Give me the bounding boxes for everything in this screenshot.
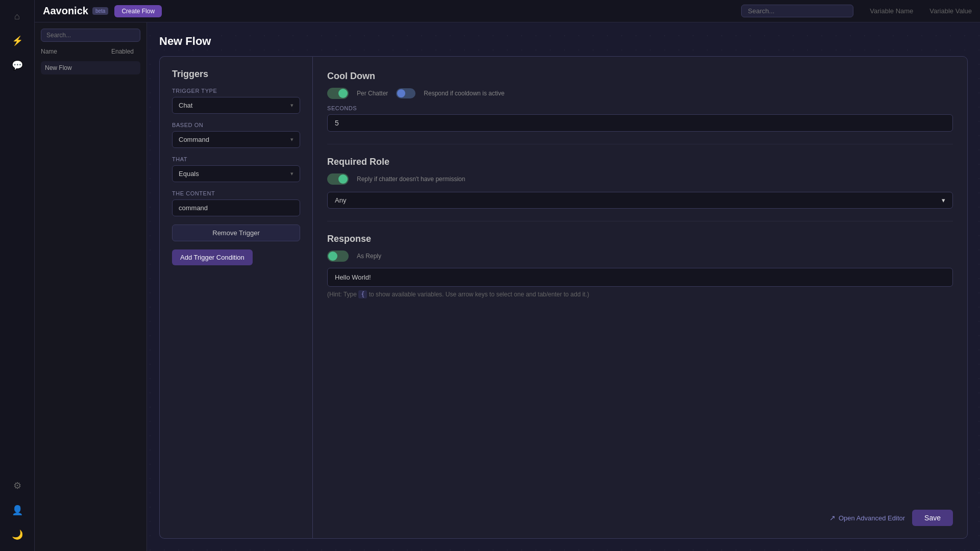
chevron-down-icon: ▾ (290, 102, 293, 109)
left-panel: Name Enabled New Flow (35, 22, 147, 551)
content-label: The Content (172, 190, 300, 196)
response-input[interactable] (327, 268, 953, 287)
sidebar-chat-icon[interactable]: 💬 (7, 55, 28, 76)
top-search-input[interactable] (741, 5, 853, 17)
hint-code: { (358, 290, 367, 298)
content-group: The Content (172, 190, 300, 216)
hint-after: to show available variables. Use arrow k… (367, 291, 589, 298)
trigger-type-value: Chat (179, 102, 192, 109)
adv-editor-label: Open Advanced Editor (839, 514, 905, 522)
sidebar-home-icon[interactable]: ⌂ (7, 6, 28, 27)
based-on-label: Based On (172, 122, 300, 128)
page-title: New Flow (159, 35, 968, 48)
chevron-down-icon: ▾ (942, 196, 945, 204)
main-content: New Flow Triggers Trigger Type Chat ▾ Ba… (147, 22, 980, 551)
sidebar: ⌂ ⚡ 💬 ⚙ 👤 🌙 (0, 0, 35, 551)
reply-permission-toggle[interactable] (327, 173, 349, 185)
sidebar-user-icon[interactable]: 👤 (7, 500, 28, 520)
sidebar-settings-icon[interactable]: ⚙ (7, 475, 28, 496)
as-reply-label: As Reply (357, 253, 381, 260)
response-section: Response As Reply (Hint: Type { to show … (327, 234, 953, 298)
topbar: Aavonick beta Create Flow Variable Name … (35, 0, 980, 22)
role-value: Any (335, 196, 346, 204)
trigger-type-group: Trigger Type Chat ▾ (172, 88, 300, 114)
based-on-group: Based On Command ▾ (172, 122, 300, 148)
list-item[interactable]: New Flow (41, 61, 140, 74)
that-label: That (172, 156, 300, 162)
seconds-label: Seconds (327, 105, 953, 111)
logo-text: Aavonick (43, 5, 88, 17)
chevron-down-icon: ▾ (290, 136, 293, 143)
as-reply-row: As Reply (327, 251, 953, 262)
reply-toggle-row: Reply if chatter doesn't have permission (327, 173, 953, 185)
that-select[interactable]: Equals ▾ (172, 165, 300, 182)
divider (327, 144, 953, 144)
trigger-type-select[interactable]: Chat ▾ (172, 97, 300, 114)
flow-name: New Flow (45, 64, 136, 71)
respond-cooldown-label: Respond if cooldown is active (424, 90, 504, 97)
sidebar-moon-icon[interactable]: 🌙 (7, 524, 28, 545)
that-group: That Equals ▾ (172, 156, 300, 182)
divider-2 (327, 221, 953, 221)
cooldown-title: Cool Down (327, 71, 953, 82)
sidebar-flows-icon[interactable]: ⚡ (7, 31, 28, 51)
reply-permission-label: Reply if chatter doesn't have permission (357, 176, 465, 183)
cooldown-toggles: Per Chatter Respond if cooldown is activ… (327, 88, 953, 99)
per-chatter-label: Per Chatter (357, 90, 388, 97)
based-on-select[interactable]: Command ▾ (172, 131, 300, 148)
per-chatter-toggle[interactable] (327, 88, 349, 99)
flow-card: Triggers Trigger Type Chat ▾ Based On Co… (159, 56, 968, 539)
beta-badge: beta (92, 7, 108, 15)
cooldown-section: Cool Down Per Chatter Respond if cooldow… (327, 71, 953, 132)
hint-before: (Hint: Type (327, 291, 358, 298)
that-value: Equals (179, 170, 199, 178)
role-select-group: Any ▾ (327, 192, 953, 209)
add-trigger-condition-button[interactable]: Add Trigger Condition (172, 249, 253, 265)
hint-text: (Hint: Type { to show available variable… (327, 291, 953, 298)
bottom-actions: ↗ Open Advanced Editor Save (829, 510, 953, 526)
as-reply-toggle[interactable] (327, 251, 349, 262)
save-button[interactable]: Save (912, 510, 953, 526)
col-name-header: Name (41, 48, 105, 55)
right-panel: Cool Down Per Chatter Respond if cooldow… (312, 56, 968, 539)
seconds-group: Seconds (327, 105, 953, 132)
open-advanced-editor-link[interactable]: ↗ Open Advanced Editor (829, 514, 905, 522)
based-on-value: Command (179, 136, 209, 143)
left-table-header: Name Enabled (41, 46, 140, 57)
content-input[interactable] (172, 199, 300, 216)
response-input-group (327, 268, 953, 287)
triggers-panel-title: Triggers (172, 69, 300, 80)
logo-area: Aavonick beta (43, 5, 108, 17)
external-link-icon: ↗ (829, 514, 836, 522)
role-select[interactable]: Any ▾ (327, 192, 953, 209)
response-title: Response (327, 234, 953, 244)
col-enabled-header: Enabled (105, 48, 140, 55)
trigger-type-label: Trigger Type (172, 88, 300, 94)
required-role-title: Required Role (327, 157, 953, 167)
respond-cooldown-toggle[interactable] (396, 88, 415, 98)
var-name-header: Variable Name (870, 7, 913, 15)
var-val-header: Variable Value (929, 7, 972, 15)
chevron-down-icon: ▾ (290, 170, 293, 177)
required-role-section: Required Role Reply if chatter doesn't h… (327, 157, 953, 209)
seconds-input[interactable] (327, 114, 953, 132)
triggers-panel: Triggers Trigger Type Chat ▾ Based On Co… (159, 56, 312, 539)
left-search-input[interactable] (41, 29, 140, 42)
remove-trigger-button[interactable]: Remove Trigger (172, 224, 300, 241)
create-flow-button[interactable]: Create Flow (114, 5, 162, 17)
